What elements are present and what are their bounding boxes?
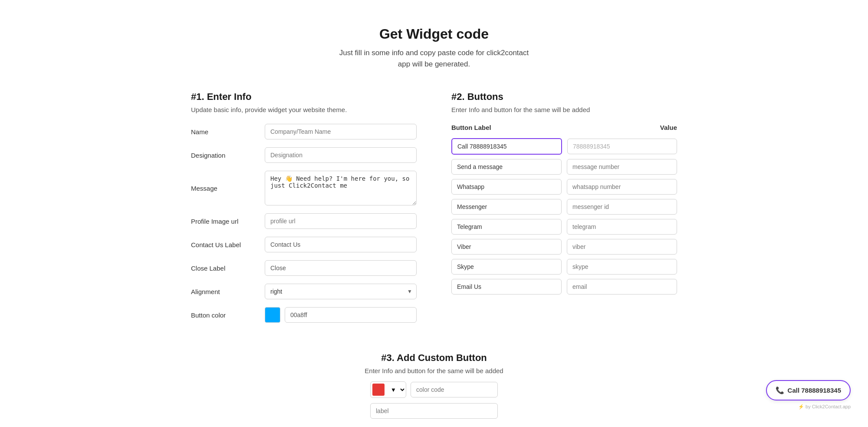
- button-row-telegram: [451, 219, 677, 235]
- section-custom-button: #3. Add Custom Button Enter Info and but…: [191, 352, 677, 419]
- button-row-call: [451, 138, 677, 155]
- contact-us-label-label: Contact Us Label: [191, 241, 256, 248]
- close-label-label: Close Label: [191, 265, 256, 272]
- whatsapp-label-input[interactable]: [451, 179, 562, 195]
- attribution-text: ⚡ by Click2Contact.app: [798, 404, 851, 409]
- call-value-input[interactable]: [567, 139, 677, 154]
- section1-title: #1. Enter Info: [191, 91, 417, 103]
- send-message-label-input[interactable]: [451, 159, 562, 175]
- widget-call-button[interactable]: 📞 Call 78888918345: [766, 380, 851, 401]
- profile-image-label: Profile Image url: [191, 218, 256, 225]
- alignment-select[interactable]: left right center: [265, 284, 417, 299]
- custom-button-form: ▼: [370, 381, 498, 419]
- color-hex-input[interactable]: [285, 307, 417, 323]
- alignment-row: Alignment left right center ▼: [191, 284, 417, 299]
- section-enter-info: #1. Enter Info Update basic info, provid…: [191, 91, 417, 331]
- color-row: [265, 307, 417, 323]
- close-label-input[interactable]: [265, 260, 417, 276]
- skype-value-input[interactable]: [567, 259, 677, 275]
- section2-desc: Enter Info and button for the same will …: [451, 106, 677, 113]
- page-title: Get Widget code: [191, 26, 677, 42]
- name-label: Name: [191, 128, 256, 136]
- viber-label-input[interactable]: [451, 239, 562, 255]
- main-content: #1. Enter Info Update basic info, provid…: [191, 91, 677, 331]
- contact-us-label-input[interactable]: [265, 237, 417, 252]
- alignment-label: Alignment: [191, 288, 256, 295]
- call-label-input[interactable]: [451, 138, 562, 155]
- widget-attribution: ⚡ by Click2Contact.app: [798, 404, 851, 410]
- profile-image-input[interactable]: [265, 213, 417, 229]
- custom-color-select[interactable]: ▼: [386, 383, 406, 397]
- custom-color-row: ▼: [370, 381, 498, 398]
- button-row-whatsapp: [451, 179, 677, 195]
- close-label-row: Close Label: [191, 260, 417, 276]
- email-value-input[interactable]: [567, 279, 677, 295]
- button-row-viber: [451, 239, 677, 255]
- profile-image-row: Profile Image url: [191, 213, 417, 229]
- send-message-value-input[interactable]: [567, 159, 677, 175]
- button-row-skype: [451, 259, 677, 275]
- buttons-grid: [451, 138, 677, 295]
- section-buttons: #2. Buttons Enter Info and button for th…: [451, 91, 677, 295]
- messenger-label-input[interactable]: [451, 199, 562, 215]
- email-label-input[interactable]: [451, 279, 562, 295]
- custom-color-dropdown[interactable]: ▼: [370, 381, 406, 398]
- button-row-messenger: [451, 199, 677, 215]
- telegram-label-input[interactable]: [451, 219, 562, 235]
- custom-color-code-input[interactable]: [411, 382, 498, 397]
- section1-desc: Update basic info, provide widget your w…: [191, 106, 417, 113]
- name-row: Name: [191, 124, 417, 139]
- color-swatch[interactable]: [265, 307, 280, 323]
- message-label: Message: [191, 185, 256, 192]
- contact-us-label-row: Contact Us Label: [191, 237, 417, 252]
- section3-title: #3. Add Custom Button: [381, 352, 487, 364]
- button-row-email: [451, 279, 677, 295]
- message-textarea[interactable]: Hey 👋 Need help? I'm here for you, so ju…: [265, 171, 417, 205]
- alignment-select-wrapper: left right center ▼: [265, 284, 417, 299]
- custom-label-input[interactable]: [370, 403, 498, 419]
- telegram-value-input[interactable]: [567, 219, 677, 235]
- designation-label: Designation: [191, 152, 256, 159]
- button-label-header: Button Label: [451, 124, 491, 131]
- section3-desc: Enter Info and button for the same will …: [365, 367, 503, 374]
- section2-title: #2. Buttons: [451, 91, 677, 103]
- designation-row: Designation: [191, 147, 417, 163]
- button-color-row: Button color: [191, 307, 417, 323]
- widget-call-button-text: Call 78888918345: [788, 387, 841, 394]
- designation-input[interactable]: [265, 147, 417, 163]
- name-input[interactable]: [265, 124, 417, 139]
- viber-value-input[interactable]: [567, 239, 677, 255]
- page-header: Get Widget code Just fill in some info a…: [191, 26, 677, 70]
- widget-preview: 📞 Call 78888918345 ⚡ by Click2Contact.ap…: [766, 380, 851, 410]
- buttons-header: Button Label Value: [451, 124, 677, 131]
- page-subtitle: Just fill in some info and copy paste co…: [191, 47, 677, 70]
- whatsapp-value-input[interactable]: [567, 179, 677, 195]
- phone-icon: 📞: [776, 386, 784, 394]
- message-row: Message Hey 👋 Need help? I'm here for yo…: [191, 171, 417, 205]
- button-row-message: [451, 159, 677, 175]
- value-header: Value: [660, 124, 677, 131]
- skype-label-input[interactable]: [451, 259, 562, 275]
- messenger-value-input[interactable]: [567, 199, 677, 215]
- button-color-label: Button color: [191, 311, 256, 319]
